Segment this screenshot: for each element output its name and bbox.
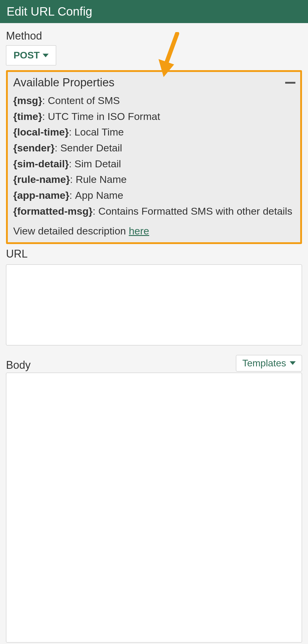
chevron-down-icon (290, 361, 296, 365)
property-desc: Contains Formatted SMS with other detail… (98, 203, 292, 219)
property-key: {time} (13, 109, 42, 124)
body-label: Body (6, 359, 31, 371)
property-row: {msg}: Content of SMS (13, 93, 295, 109)
property-row: {time}: UTC Time in ISO Format (13, 109, 295, 124)
property-desc: Sim Detail (74, 156, 121, 172)
panel-footer: View detailed description here (13, 225, 295, 237)
property-desc: UTC Time in ISO Format (48, 109, 160, 124)
property-row: {sender}: Sender Detail (13, 140, 295, 156)
templates-button[interactable]: Templates (236, 355, 302, 371)
property-row: {local-time}: Local Time (13, 124, 295, 140)
collapse-icon[interactable] (285, 82, 295, 84)
property-desc: Sender Detail (60, 140, 122, 156)
url-label: URL (6, 248, 302, 260)
url-input[interactable] (6, 264, 302, 345)
property-key: {formatted-msg} (13, 203, 92, 219)
available-properties-panel: Available Properties {msg}: Content of S… (6, 70, 302, 244)
property-row: {sim-detail}: Sim Detail (13, 156, 295, 172)
property-desc: Rule Name (76, 171, 127, 187)
main-content: Method POST Available Properties {msg}: … (0, 23, 308, 644)
property-desc: Content of SMS (48, 93, 120, 109)
body-input[interactable] (6, 373, 302, 643)
property-key: {sender} (13, 140, 55, 156)
method-label: Method (6, 30, 302, 42)
method-select[interactable]: POST (6, 45, 56, 65)
detailed-description-link[interactable]: here (129, 225, 149, 237)
property-key: {rule-name} (13, 171, 70, 187)
property-row: {app-name}: App Name (13, 187, 295, 203)
chevron-down-icon (43, 54, 49, 57)
property-row: {rule-name}: Rule Name (13, 171, 295, 187)
property-row: {formatted-msg}: Contains Formatted SMS … (13, 203, 295, 219)
method-value: POST (14, 50, 40, 61)
property-key: {msg} (13, 93, 42, 109)
templates-label: Templates (242, 358, 286, 369)
property-key: {app-name} (13, 187, 69, 203)
panel-title: Available Properties (13, 76, 114, 89)
property-desc: App Name (75, 187, 123, 203)
app-header: Edit URL Config (0, 0, 308, 23)
panel-header[interactable]: Available Properties (13, 76, 295, 89)
property-key: {sim-detail} (13, 156, 69, 172)
property-key: {local-time} (13, 124, 69, 140)
property-desc: Local Time (74, 124, 124, 140)
page-title: Edit URL Config (7, 5, 92, 18)
footer-text: View detailed description (13, 225, 129, 237)
